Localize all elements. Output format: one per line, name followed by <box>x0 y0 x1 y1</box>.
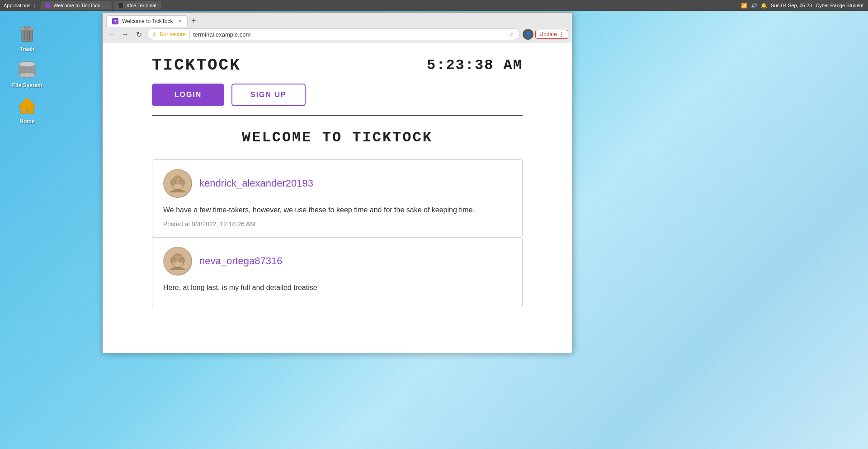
url-display: terminal.example.com <box>193 31 506 38</box>
desktop-icon-trash[interactable]: Trash <box>9 23 45 52</box>
taskbar: Applications | Welcome to TickTock -... … <box>0 0 868 11</box>
browser-tab-label: Welcome to TickTock -... <box>53 3 107 8</box>
home-label: Home <box>19 118 34 125</box>
notification-icon: 🔔 <box>761 3 767 9</box>
reload-button[interactable]: ↻ <box>133 29 144 40</box>
datetime-display: Sun 04 Sep, 05:23 <box>771 3 812 8</box>
update-menu-icon: ⋮ <box>559 31 564 37</box>
browser-tab-active[interactable]: T Welcome to TickTock × <box>106 15 188 27</box>
profile-button[interactable]: 👤 <box>523 29 533 40</box>
svg-point-9 <box>19 61 35 67</box>
post-timestamp-1: Posted at 9/4/2022, 12:18:26 AM <box>163 220 511 228</box>
user-display: Cyber Range Student <box>816 3 863 8</box>
auth-buttons: LOGIN SIGN UP <box>152 84 523 106</box>
tab-close-button[interactable]: × <box>178 18 182 25</box>
svg-point-19 <box>179 257 185 263</box>
page-header: TICKTOCK 5:23:38 AM <box>152 56 523 75</box>
security-label: Not secure <box>160 31 186 37</box>
svg-point-8 <box>19 72 35 78</box>
taskbar-left: Applications | <box>0 3 39 8</box>
login-button[interactable]: LOGIN <box>152 84 224 106</box>
post-avatar-1 <box>163 169 192 198</box>
desktop-icon-filesystem[interactable]: File System <box>9 59 45 89</box>
forward-button[interactable]: → <box>120 29 131 40</box>
trash-icon-image <box>16 23 38 44</box>
browser-tab-bar: T Welcome to TickTock × + <box>103 13 572 27</box>
posts-container: kendrick_alexander20193 We have a few ti… <box>152 159 523 307</box>
svg-point-13 <box>170 179 176 186</box>
browser-chrome: T Welcome to TickTock × + ← → ↻ ⚠ Not se… <box>103 13 572 42</box>
post-card-2: neva_ortega87316 Here, at long last, is … <box>152 237 523 308</box>
update-button[interactable]: Update ⋮ <box>535 30 568 39</box>
browser-toolbar: ← → ↻ ⚠ Not secure | terminal.example.co… <box>103 27 572 42</box>
filesystem-icon-image <box>16 59 38 80</box>
tab-favicon: T <box>112 18 118 24</box>
content-divider <box>152 115 523 116</box>
taskbar-tabs: Welcome to TickTock -... Xfce Terminal <box>39 1 162 9</box>
svg-marker-10 <box>18 98 36 114</box>
post-username-1[interactable]: kendrick_alexander20193 <box>199 178 313 189</box>
filesystem-label: File System <box>12 82 42 89</box>
new-tab-button[interactable]: + <box>189 16 199 26</box>
post-header-1: kendrick_alexander20193 <box>163 169 511 198</box>
network-icon: 📶 <box>741 3 747 9</box>
taskbar-tab-terminal[interactable]: Xfce Terminal <box>113 1 160 9</box>
browser-tab-title: Welcome to TickTock <box>122 18 173 24</box>
back-button[interactable]: ← <box>106 29 117 40</box>
site-clock: 5:23:38 AM <box>427 57 523 74</box>
post-content-2: Here, at long last, is my full and detai… <box>163 282 511 294</box>
post-card-1: kendrick_alexander20193 We have a few ti… <box>152 159 523 237</box>
signup-button[interactable]: SIGN UP <box>231 84 306 106</box>
update-label: Update <box>539 31 557 37</box>
welcome-heading: WELCOME TO TICKTOCK <box>152 129 523 146</box>
site-title: TICKTOCK <box>152 56 241 75</box>
terminal-tab-icon <box>118 3 123 8</box>
taskbar-separator: | <box>34 3 35 8</box>
taskbar-right: 📶 🔊 🔔 Sun 04 Sep, 05:23 Cyber Range Stud… <box>736 3 868 9</box>
browser-tab-icon <box>45 3 51 8</box>
desktop-icon-home[interactable]: Home <box>9 95 45 125</box>
svg-point-18 <box>170 257 176 263</box>
applications-menu[interactable]: Applications <box>4 3 30 8</box>
address-bar[interactable]: ⚠ Not secure | terminal.example.com ☆ <box>147 28 520 40</box>
toolbar-right: 👤 Update ⋮ <box>523 29 568 40</box>
post-content-1: We have a few time-takers, however, we u… <box>163 204 511 216</box>
browser-content[interactable]: TICKTOCK 5:23:38 AM LOGIN SIGN UP WELCOM… <box>103 42 572 353</box>
browser-window: T Welcome to TickTock × + ← → ↻ ⚠ Not se… <box>102 12 572 353</box>
terminal-tab-label: Xfce Terminal <box>126 3 156 8</box>
svg-rect-2 <box>24 26 30 28</box>
post-avatar-2 <box>163 247 192 276</box>
taskbar-tab-browser[interactable]: Welcome to TickTock -... <box>41 1 112 9</box>
bookmark-icon[interactable]: ☆ <box>509 31 515 38</box>
svg-point-14 <box>179 179 185 186</box>
post-header-2: neva_ortega87316 <box>163 247 511 276</box>
security-icon: ⚠ <box>152 31 157 37</box>
page-content: TICKTOCK 5:23:38 AM LOGIN SIGN UP WELCOM… <box>134 42 541 321</box>
url-separator: | <box>189 30 190 38</box>
post-username-2[interactable]: neva_ortega87316 <box>199 255 283 267</box>
trash-label: Trash <box>20 46 34 52</box>
home-icon-image <box>16 95 38 117</box>
audio-icon: 🔊 <box>751 3 757 9</box>
